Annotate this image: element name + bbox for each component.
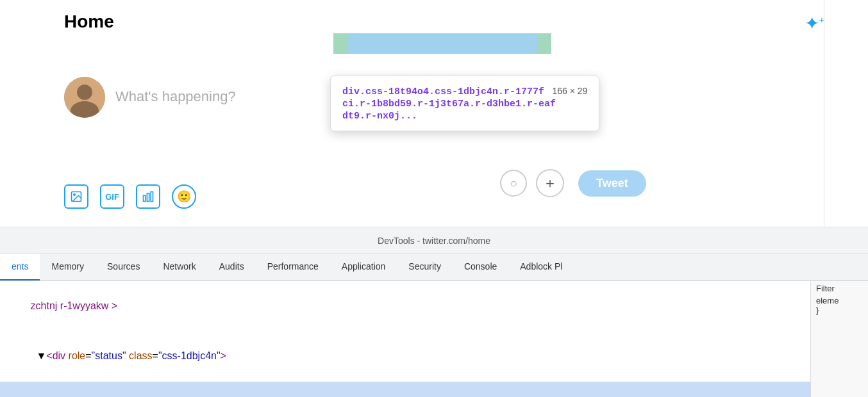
sparkle-icon[interactable]: ✦+: [805, 13, 824, 34]
tab-adblock[interactable]: Adblock Pl: [508, 254, 574, 280]
tab-sources[interactable]: Sources: [96, 254, 151, 280]
element-highlight-bar: [333, 33, 551, 54]
tweet-button[interactable]: Tweet: [578, 170, 646, 197]
tab-network[interactable]: Network: [151, 254, 207, 280]
svg-rect-4: [151, 192, 153, 202]
tab-audits[interactable]: Audits: [208, 254, 256, 280]
svg-rect-2: [144, 195, 146, 201]
tooltip-class-line1: div.css-18t94o4.css-1dbjc4n.r-1777f 166 …: [342, 85, 587, 97]
styles-brace: }: [816, 305, 863, 315]
world-icon[interactable]: ○: [500, 170, 527, 197]
tweet-actions: ○ ＋ Tweet: [500, 169, 646, 197]
code-line-2: ▼<div role="status" class="css-1dbjc4n">: [0, 331, 810, 381]
poll-icon[interactable]: [136, 184, 160, 209]
styles-panel: Filter eleme }: [810, 281, 868, 397]
styles-filter-label: Filter: [816, 284, 863, 293]
highlight-left: [333, 33, 347, 54]
avatar: [64, 77, 105, 118]
emoji-icon[interactable]: 🙂: [172, 184, 196, 209]
tab-elements-partial[interactable]: ents: [0, 254, 40, 280]
tooltip-class-line2: ci.r-1b8bd59.r-1j3t67a.r-d3hbe1.r-eaf: [342, 97, 587, 109]
image-icon[interactable]: [64, 184, 88, 209]
tweet-toolbar: GIF 🙂 ○ ＋ Tweet: [64, 184, 196, 209]
page-title: Home: [64, 12, 114, 32]
compose-placeholder[interactable]: What's happening?: [115, 88, 236, 105]
tooltip-class-line3: dt9.r-nx0j...: [342, 109, 587, 122]
avatar-image: [64, 77, 105, 118]
svg-point-1: [74, 194, 76, 196]
browser-area: Home ✦+ div.css-18t94o4.css-1dbjc4n.r-17…: [0, 0, 868, 227]
tab-security[interactable]: Security: [397, 254, 453, 280]
code-line-3: ►<div aria-hidden="true" aria-label="New…: [0, 382, 810, 397]
element-tooltip: div.css-18t94o4.css-1dbjc4n.r-1777f 166 …: [330, 76, 599, 131]
code-line-1: zchtnj r-1wyyakw >: [0, 281, 810, 331]
code-panel: zchtnj r-1wyyakw > ▼<div role="status" c…: [0, 281, 810, 397]
devtools-tabs: ents Memory Sources Network Audits Perfo…: [0, 254, 868, 281]
tab-performance[interactable]: Performance: [256, 254, 330, 280]
add-icon[interactable]: ＋: [536, 169, 564, 197]
tab-application[interactable]: Application: [330, 254, 397, 280]
bottom-section: zchtnj r-1wyyakw > ▼<div role="status" c…: [0, 281, 868, 397]
tab-memory[interactable]: Memory: [40, 254, 96, 280]
styles-element-label: eleme: [816, 296, 863, 305]
highlight-right: [537, 33, 551, 54]
svg-rect-3: [147, 193, 149, 202]
highlight-center: [347, 33, 537, 54]
gif-icon[interactable]: GIF: [100, 184, 124, 209]
tab-console[interactable]: Console: [453, 254, 508, 280]
devtools-title: DevTools - twitter.com/home: [378, 236, 490, 246]
devtools-title-bar: DevTools - twitter.com/home: [0, 227, 868, 254]
right-divider: [824, 0, 824, 227]
